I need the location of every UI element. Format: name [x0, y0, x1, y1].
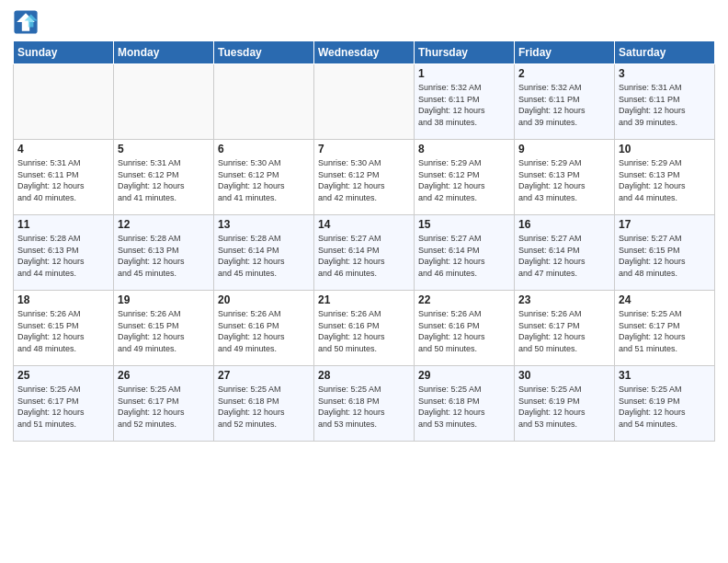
- day-info: Sunrise: 5:25 AM Sunset: 6:18 PM Dayligh…: [218, 384, 310, 430]
- weekday-header-wednesday: Wednesday: [314, 41, 415, 64]
- page: SundayMondayTuesdayWednesdayThursdayFrid…: [0, 0, 728, 563]
- weekday-header-sunday: Sunday: [14, 41, 114, 64]
- day-number: 9: [518, 143, 610, 155]
- day-number: 18: [17, 293, 109, 306]
- calendar-cell: 23Sunrise: 5:26 AM Sunset: 6:17 PM Dayli…: [515, 291, 615, 366]
- calendar-cell: 24Sunrise: 5:25 AM Sunset: 6:17 PM Dayli…: [615, 291, 715, 366]
- day-number: 6: [218, 143, 310, 155]
- day-number: 21: [318, 293, 410, 306]
- day-number: 7: [318, 143, 410, 155]
- week-row-2: 4Sunrise: 5:31 AM Sunset: 6:11 PM Daylig…: [14, 140, 715, 215]
- day-info: Sunrise: 5:25 AM Sunset: 6:18 PM Dayligh…: [418, 384, 510, 430]
- calendar-cell: 18Sunrise: 5:26 AM Sunset: 6:15 PM Dayli…: [14, 291, 114, 366]
- day-number: 27: [218, 369, 310, 382]
- calendar-cell: 10Sunrise: 5:29 AM Sunset: 6:13 PM Dayli…: [615, 140, 715, 215]
- day-info: Sunrise: 5:31 AM Sunset: 6:12 PM Dayligh…: [118, 157, 210, 203]
- calendar-cell: 15Sunrise: 5:27 AM Sunset: 6:14 PM Dayli…: [415, 215, 515, 291]
- day-info: Sunrise: 5:25 AM Sunset: 6:19 PM Dayligh…: [619, 384, 711, 430]
- day-info: Sunrise: 5:28 AM Sunset: 6:14 PM Dayligh…: [218, 233, 310, 279]
- day-number: 17: [619, 218, 711, 231]
- calendar-cell: 2Sunrise: 5:32 AM Sunset: 6:11 PM Daylig…: [515, 64, 615, 140]
- calendar-cell: 1Sunrise: 5:32 AM Sunset: 6:11 PM Daylig…: [415, 64, 515, 140]
- calendar-cell: 16Sunrise: 5:27 AM Sunset: 6:14 PM Dayli…: [515, 215, 615, 291]
- day-number: 8: [418, 143, 510, 155]
- calendar-cell: [314, 64, 415, 140]
- calendar-cell: 31Sunrise: 5:25 AM Sunset: 6:19 PM Dayli…: [615, 366, 715, 442]
- day-info: Sunrise: 5:25 AM Sunset: 6:18 PM Dayligh…: [318, 384, 410, 430]
- calendar-cell: 27Sunrise: 5:25 AM Sunset: 6:18 PM Dayli…: [214, 366, 314, 442]
- calendar-cell: 30Sunrise: 5:25 AM Sunset: 6:19 PM Dayli…: [515, 366, 615, 442]
- logo-icon: [13, 9, 39, 35]
- calendar-cell: 13Sunrise: 5:28 AM Sunset: 6:14 PM Dayli…: [214, 215, 314, 291]
- day-info: Sunrise: 5:27 AM Sunset: 6:15 PM Dayligh…: [619, 233, 711, 279]
- day-info: Sunrise: 5:29 AM Sunset: 6:13 PM Dayligh…: [619, 157, 711, 203]
- calendar-cell: 29Sunrise: 5:25 AM Sunset: 6:18 PM Dayli…: [415, 366, 515, 442]
- day-number: 19: [118, 293, 210, 306]
- day-number: 23: [518, 293, 610, 306]
- calendar-cell: 12Sunrise: 5:28 AM Sunset: 6:13 PM Dayli…: [114, 215, 214, 291]
- day-info: Sunrise: 5:32 AM Sunset: 6:11 PM Dayligh…: [518, 82, 610, 128]
- day-info: Sunrise: 5:25 AM Sunset: 6:17 PM Dayligh…: [118, 384, 210, 430]
- calendar-cell: 6Sunrise: 5:30 AM Sunset: 6:12 PM Daylig…: [214, 140, 314, 215]
- day-info: Sunrise: 5:27 AM Sunset: 6:14 PM Dayligh…: [418, 233, 510, 279]
- day-number: 11: [17, 218, 109, 231]
- day-info: Sunrise: 5:25 AM Sunset: 6:17 PM Dayligh…: [619, 308, 711, 354]
- day-number: 3: [619, 67, 711, 80]
- calendar-cell: 11Sunrise: 5:28 AM Sunset: 6:13 PM Dayli…: [14, 215, 114, 291]
- weekday-header-row: SundayMondayTuesdayWednesdayThursdayFrid…: [14, 41, 715, 64]
- weekday-header-saturday: Saturday: [615, 41, 715, 64]
- calendar-cell: 5Sunrise: 5:31 AM Sunset: 6:12 PM Daylig…: [114, 140, 214, 215]
- day-number: 10: [619, 143, 711, 155]
- day-number: 15: [418, 218, 510, 231]
- calendar-cell: 3Sunrise: 5:31 AM Sunset: 6:11 PM Daylig…: [615, 64, 715, 140]
- day-info: Sunrise: 5:27 AM Sunset: 6:14 PM Dayligh…: [318, 233, 410, 279]
- day-info: Sunrise: 5:26 AM Sunset: 6:16 PM Dayligh…: [218, 308, 310, 354]
- day-number: 25: [17, 369, 109, 382]
- day-info: Sunrise: 5:29 AM Sunset: 6:13 PM Dayligh…: [518, 157, 610, 203]
- calendar-cell: 9Sunrise: 5:29 AM Sunset: 6:13 PM Daylig…: [515, 140, 615, 215]
- day-number: 14: [318, 218, 410, 231]
- calendar-cell: [214, 64, 314, 140]
- day-info: Sunrise: 5:26 AM Sunset: 6:16 PM Dayligh…: [318, 308, 410, 354]
- day-info: Sunrise: 5:28 AM Sunset: 6:13 PM Dayligh…: [17, 233, 109, 279]
- day-number: 20: [218, 293, 310, 306]
- day-info: Sunrise: 5:30 AM Sunset: 6:12 PM Dayligh…: [318, 157, 410, 203]
- day-info: Sunrise: 5:31 AM Sunset: 6:11 PM Dayligh…: [17, 157, 109, 203]
- calendar-cell: 19Sunrise: 5:26 AM Sunset: 6:15 PM Dayli…: [114, 291, 214, 366]
- day-info: Sunrise: 5:31 AM Sunset: 6:11 PM Dayligh…: [619, 82, 711, 128]
- calendar-cell: 14Sunrise: 5:27 AM Sunset: 6:14 PM Dayli…: [314, 215, 415, 291]
- week-row-4: 18Sunrise: 5:26 AM Sunset: 6:15 PM Dayli…: [14, 291, 715, 366]
- calendar-cell: 17Sunrise: 5:27 AM Sunset: 6:15 PM Dayli…: [615, 215, 715, 291]
- day-info: Sunrise: 5:29 AM Sunset: 6:12 PM Dayligh…: [418, 157, 510, 203]
- day-number: 16: [518, 218, 610, 231]
- header: [13, 9, 715, 35]
- day-number: 5: [118, 143, 210, 155]
- day-number: 1: [418, 67, 510, 80]
- calendar-cell: 28Sunrise: 5:25 AM Sunset: 6:18 PM Dayli…: [314, 366, 415, 442]
- week-row-3: 11Sunrise: 5:28 AM Sunset: 6:13 PM Dayli…: [14, 215, 715, 291]
- day-info: Sunrise: 5:25 AM Sunset: 6:19 PM Dayligh…: [518, 384, 610, 430]
- day-number: 13: [218, 218, 310, 231]
- week-row-1: 1Sunrise: 5:32 AM Sunset: 6:11 PM Daylig…: [14, 64, 715, 140]
- calendar-cell: 25Sunrise: 5:25 AM Sunset: 6:17 PM Dayli…: [14, 366, 114, 442]
- day-number: 24: [619, 293, 711, 306]
- calendar-cell: 26Sunrise: 5:25 AM Sunset: 6:17 PM Dayli…: [114, 366, 214, 442]
- day-info: Sunrise: 5:32 AM Sunset: 6:11 PM Dayligh…: [418, 82, 510, 128]
- day-number: 29: [418, 369, 510, 382]
- calendar-cell: [114, 64, 214, 140]
- weekday-header-thursday: Thursday: [415, 41, 515, 64]
- logo: [13, 9, 42, 35]
- day-info: Sunrise: 5:28 AM Sunset: 6:13 PM Dayligh…: [118, 233, 210, 279]
- day-number: 30: [518, 369, 610, 382]
- week-row-5: 25Sunrise: 5:25 AM Sunset: 6:17 PM Dayli…: [14, 366, 715, 442]
- day-number: 31: [619, 369, 711, 382]
- weekday-header-monday: Monday: [114, 41, 214, 64]
- weekday-header-friday: Friday: [515, 41, 615, 64]
- day-number: 2: [518, 67, 610, 80]
- day-number: 12: [118, 218, 210, 231]
- weekday-header-tuesday: Tuesday: [214, 41, 314, 64]
- day-info: Sunrise: 5:27 AM Sunset: 6:14 PM Dayligh…: [518, 233, 610, 279]
- calendar-cell: 22Sunrise: 5:26 AM Sunset: 6:16 PM Dayli…: [415, 291, 515, 366]
- day-info: Sunrise: 5:26 AM Sunset: 6:16 PM Dayligh…: [418, 308, 510, 354]
- calendar-cell: [14, 64, 114, 140]
